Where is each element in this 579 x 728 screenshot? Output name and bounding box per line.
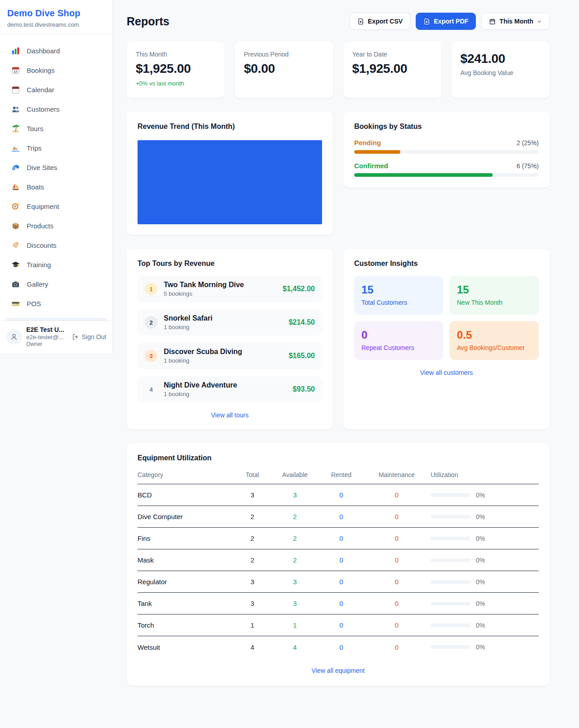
- cell-category: Fins: [138, 534, 235, 542]
- tour-row[interactable]: 3 Discover Scuba Diving1 booking $165.00: [138, 343, 322, 369]
- tile-label: Total Customers: [361, 299, 436, 306]
- sidebar-item-tours[interactable]: Tours: [0, 119, 113, 138]
- sidebar-item-label: Dashboard: [27, 47, 60, 55]
- sidebar-item-dive-sites[interactable]: Dive Sites: [0, 158, 113, 177]
- sidebar-item-discounts[interactable]: Discounts: [0, 236, 113, 255]
- sidebar-item-pos[interactable]: POS: [0, 294, 113, 313]
- gallery-icon: [11, 280, 20, 288]
- cell-maintenance: 0: [363, 556, 431, 564]
- user-footer: E2E Test U... e2e-tester@... Owner Sign …: [0, 321, 113, 353]
- sidebar-item-dashboard[interactable]: Dashboard: [0, 41, 113, 61]
- cell-category: BCD: [138, 491, 235, 499]
- avatar: [6, 329, 22, 345]
- cell-maintenance: 0: [363, 491, 431, 499]
- shop-name: Demo Dive Shop: [7, 8, 105, 19]
- status-row-confirmed: Confirmed 6 (75%): [354, 162, 539, 177]
- customer-insights-card: Customer Insights 15 Total Customers 15 …: [343, 249, 550, 430]
- stat-card-this-month: This Month $1,925.00 +0% vs last month: [127, 42, 225, 98]
- tile-repeat-customers: 0 Repeat Customers: [354, 321, 443, 360]
- export-pdf-button[interactable]: Export PDF: [416, 13, 476, 30]
- period-selector[interactable]: This Month: [481, 13, 550, 30]
- sidebar-item-label: Trips: [27, 144, 42, 152]
- stat-delta: +0% vs last month: [136, 80, 216, 87]
- rank-badge: 2: [145, 316, 157, 329]
- export-csv-button[interactable]: Export CSV: [350, 13, 410, 30]
- sidebar-item-customers[interactable]: Customers: [0, 99, 113, 119]
- discounts-icon: [11, 241, 20, 250]
- tour-name: Discover Scuba Diving: [164, 348, 242, 355]
- status-bar-fill: [354, 150, 400, 154]
- view-all-equipment-link[interactable]: View all equipment: [138, 667, 539, 674]
- sidebar-item-bookings[interactable]: 17 Bookings: [0, 61, 113, 80]
- tile-label: New This Month: [457, 299, 532, 306]
- utilization-bar-track: [431, 645, 470, 649]
- revenue-trend-title: Revenue Trend (This Month): [138, 123, 322, 131]
- status-bar-track: [354, 150, 539, 154]
- user-meta: E2E Test U... e2e-tester@... Owner: [26, 326, 67, 347]
- tour-bookings: 1 booking: [164, 324, 282, 331]
- cell-utilization: 0%: [431, 513, 539, 520]
- sidebar-item-gallery[interactable]: Gallery: [0, 274, 113, 294]
- sidebar-item-calendar[interactable]: Calendar: [0, 80, 113, 99]
- stat-card-previous-period: Previous Period $0.00: [235, 42, 333, 98]
- stat-label: Previous Period: [244, 51, 324, 58]
- top-tours-card: Top Tours by Revenue 1 Two Tank Morning …: [127, 249, 333, 430]
- sidebar-item-products[interactable]: Products: [0, 216, 113, 236]
- person-icon: [10, 333, 18, 341]
- tours-icon: [11, 124, 20, 133]
- training-icon: [11, 260, 20, 269]
- sidebar-item-label: POS: [27, 300, 41, 307]
- table-row: Mask 2 2 0 0 0%: [138, 549, 539, 571]
- cell-maintenance: 0: [363, 600, 431, 607]
- stat-card-year-to-date: Year to Date $1,925.00: [343, 42, 441, 98]
- equipment-table: Category Total Available Rented Maintena…: [138, 471, 539, 658]
- sidebar-item-label: Customers: [27, 105, 60, 113]
- view-all-tours-link[interactable]: View all tours: [138, 411, 322, 419]
- sidebar-item-equipment[interactable]: Equipment: [0, 197, 113, 216]
- stat-label: Avg Booking Value: [460, 69, 541, 76]
- top-tours-title: Top Tours by Revenue: [138, 260, 322, 268]
- svg-text:17: 17: [14, 70, 17, 74]
- sidebar-item-boats[interactable]: Boats: [0, 177, 113, 197]
- rank-badge: 4: [145, 383, 157, 396]
- cell-utilization: 0%: [431, 492, 539, 499]
- stat-label: Year to Date: [352, 51, 432, 58]
- cell-category: Regulator: [138, 578, 235, 586]
- col-maintenance: Maintenance: [363, 471, 431, 478]
- sidebar: Demo Dive Shop demo.test.divestreams.com…: [0, 0, 113, 353]
- page-header: Reports Export CSV Export PDF This Month: [127, 13, 550, 30]
- tour-amount: $165.00: [289, 352, 315, 360]
- table-row: Torch 1 1 0 0 0%: [138, 615, 539, 636]
- sidebar-item-training[interactable]: Training: [0, 255, 113, 274]
- sign-out-button[interactable]: Sign Out: [72, 333, 106, 340]
- tile-label: Avg Bookings/Customer: [457, 344, 532, 351]
- tour-list: 1 Two Tank Morning Dive5 bookings $1,452…: [138, 276, 322, 402]
- tour-row[interactable]: 2 Snorkel Safari1 booking $214.50: [138, 309, 322, 336]
- view-all-customers-link[interactable]: View all customers: [354, 369, 539, 376]
- export-csv-label: Export CSV: [368, 18, 403, 25]
- sign-out-label: Sign Out: [82, 333, 106, 340]
- stat-label: This Month: [136, 51, 216, 58]
- file-download-icon: [423, 18, 430, 25]
- cell-rented: 0: [320, 491, 363, 499]
- stat-value: $241.00: [460, 52, 541, 66]
- tile-value: 15: [361, 284, 436, 296]
- revenue-trend-chart: [138, 140, 322, 224]
- sidebar-item-label: Dive Sites: [27, 164, 57, 171]
- main-content: Reports Export CSV Export PDF This Month: [113, 0, 579, 706]
- table-row: Wetsuit 4 4 0 0 0%: [138, 636, 539, 658]
- utilization-bar-track: [431, 515, 470, 519]
- cell-category: Torch: [138, 621, 235, 629]
- tour-row[interactable]: 4 Night Dive Adventure1 booking $93.50: [138, 376, 322, 402]
- utilization-bar-track: [431, 624, 470, 627]
- status-bar-fill: [354, 173, 493, 177]
- cell-available: 3: [270, 578, 320, 586]
- tour-row[interactable]: 1 Two Tank Morning Dive5 bookings $1,452…: [138, 276, 322, 302]
- status-value: 6 (75%): [517, 162, 539, 170]
- sidebar-item-trips[interactable]: Trips: [0, 138, 113, 158]
- tile-new-this-month: 15 New This Month: [450, 276, 539, 315]
- table-row: Dive Computer 2 2 0 0 0%: [138, 506, 539, 528]
- cell-category: Wetsuit: [138, 643, 235, 651]
- cell-available: 2: [270, 534, 320, 542]
- stat-value: $1,925.00: [136, 61, 216, 76]
